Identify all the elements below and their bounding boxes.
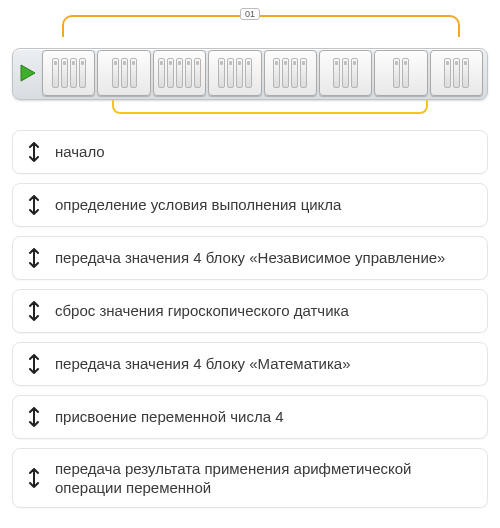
loop-counter: 01 (240, 8, 260, 20)
list-item-label: передача значения 4 блоку «Независимое у… (55, 248, 445, 267)
block-math[interactable] (264, 50, 317, 96)
drag-handle-icon[interactable] (27, 354, 41, 374)
block-motor-2[interactable] (153, 50, 206, 96)
list-item-label: передача результата применения арифметич… (55, 459, 473, 497)
list-item-label: присвоение переменной числа 4 (55, 407, 284, 426)
svg-marker-0 (21, 65, 35, 81)
blocks-row (16, 34, 484, 96)
start-play-icon (16, 50, 40, 96)
block-compare[interactable] (374, 50, 427, 96)
list-item-label: передача значения 4 блоку «Математика» (55, 354, 351, 373)
data-wire (112, 100, 428, 114)
list-item[interactable]: определение условия выполнения цикла (12, 183, 488, 227)
list-item-label: определение условия выполнения цикла (55, 195, 341, 214)
drag-handle-icon[interactable] (27, 195, 41, 215)
drag-handle-icon[interactable] (27, 142, 41, 162)
list-item[interactable]: передача значения 4 блоку «Математика» (12, 342, 488, 386)
step-list: начало определение условия выполнения ци… (12, 130, 488, 508)
drag-handle-icon[interactable] (27, 407, 41, 427)
drag-handle-icon[interactable] (27, 301, 41, 321)
block-motor-1[interactable] (42, 50, 95, 96)
list-item[interactable]: передача значения 4 блоку «Независимое у… (12, 236, 488, 280)
list-item[interactable]: присвоение переменной числа 4 (12, 395, 488, 439)
block-var-2[interactable] (319, 50, 372, 96)
block-var-1[interactable] (97, 50, 150, 96)
drag-handle-icon[interactable] (27, 248, 41, 268)
list-item[interactable]: сброс значения гироскопического датчика (12, 289, 488, 333)
list-item-label: сброс значения гироскопического датчика (55, 301, 349, 320)
block-loop-end[interactable] (430, 50, 483, 96)
block-gyro[interactable] (208, 50, 261, 96)
list-item[interactable]: передача результата применения арифметич… (12, 448, 488, 508)
list-item[interactable]: начало (12, 130, 488, 174)
list-item-label: начало (55, 142, 105, 161)
program-diagram: 01 (12, 8, 488, 116)
drag-handle-icon[interactable] (27, 468, 41, 488)
